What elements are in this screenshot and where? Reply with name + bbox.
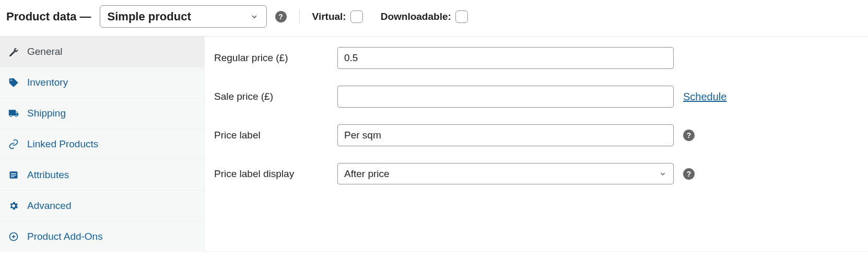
svg-rect-3 xyxy=(11,177,15,177)
sidebar-item-label: Advanced xyxy=(27,200,72,212)
svg-rect-1 xyxy=(11,173,16,174)
divider xyxy=(299,9,300,24)
sidebar: General Inventory Shipping Linked Produc… xyxy=(0,37,205,252)
help-icon[interactable]: ? xyxy=(683,130,695,141)
sidebar-item-product-addons[interactable]: Product Add-Ons xyxy=(0,221,204,252)
sidebar-item-label: Inventory xyxy=(27,77,68,88)
sidebar-item-shipping[interactable]: Shipping xyxy=(0,98,204,129)
virtual-label: Virtual: xyxy=(312,11,346,22)
downloadable-checkbox[interactable] xyxy=(455,10,468,23)
panel-title: Product data — xyxy=(6,10,91,24)
price-label-display-row: Price label display After price ? xyxy=(214,163,859,184)
sidebar-item-label: Linked Products xyxy=(27,138,98,150)
price-label-display-label: Price label display xyxy=(214,168,332,180)
sale-price-input[interactable] xyxy=(337,86,674,108)
product-type-select[interactable]: Simple product xyxy=(100,5,267,28)
general-panel: Regular price (£) Sale price (£) Schedul… xyxy=(205,37,868,252)
schedule-link[interactable]: Schedule xyxy=(683,91,726,103)
sidebar-item-label: Product Add-Ons xyxy=(27,231,103,242)
help-icon[interactable]: ? xyxy=(275,11,287,22)
sidebar-item-label: Shipping xyxy=(27,108,66,119)
price-label-display-select[interactable]: After price xyxy=(337,163,674,184)
truck-icon xyxy=(8,108,19,119)
downloadable-group: Downloadable: xyxy=(381,10,468,23)
list-icon xyxy=(8,170,19,180)
product-type-select-wrap: Simple product xyxy=(100,5,267,28)
tag-icon xyxy=(8,77,19,88)
regular-price-row: Regular price (£) xyxy=(214,47,859,69)
svg-rect-2 xyxy=(11,175,16,176)
sale-price-label: Sale price (£) xyxy=(214,91,332,102)
regular-price-label: Regular price (£) xyxy=(214,52,332,64)
regular-price-input[interactable] xyxy=(337,47,674,69)
gear-icon xyxy=(8,201,19,211)
sidebar-item-inventory[interactable]: Inventory xyxy=(0,67,204,98)
sale-price-row: Sale price (£) Schedule xyxy=(214,86,859,108)
body: General Inventory Shipping Linked Produc… xyxy=(0,37,868,252)
product-data-header: Product data — Simple product ? Virtual:… xyxy=(0,0,868,37)
sidebar-item-label: General xyxy=(27,46,63,57)
sidebar-item-attributes[interactable]: Attributes xyxy=(0,159,204,190)
help-icon[interactable]: ? xyxy=(683,168,695,180)
sidebar-item-linked-products[interactable]: Linked Products xyxy=(0,129,204,159)
plus-circle-icon xyxy=(8,231,19,242)
price-label-input[interactable] xyxy=(337,124,674,146)
price-label-label: Price label xyxy=(214,130,332,141)
price-label-row: Price label ? xyxy=(214,124,859,146)
virtual-group: Virtual: xyxy=(312,10,363,23)
sidebar-item-advanced[interactable]: Advanced xyxy=(0,190,204,221)
wrench-icon xyxy=(8,46,19,57)
virtual-checkbox[interactable] xyxy=(350,10,363,23)
link-icon xyxy=(8,139,19,149)
downloadable-label: Downloadable: xyxy=(381,11,451,22)
sidebar-item-general[interactable]: General xyxy=(0,37,204,67)
sidebar-item-label: Attributes xyxy=(27,169,69,181)
